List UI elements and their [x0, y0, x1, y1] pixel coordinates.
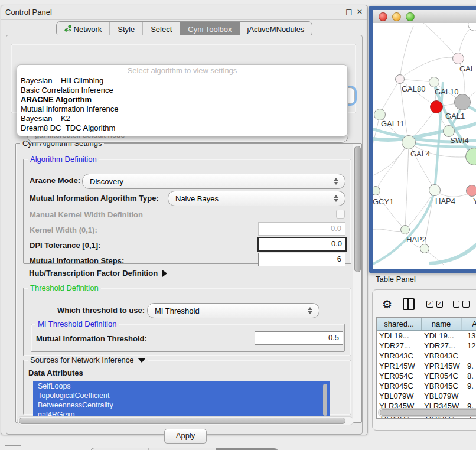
- network-node-gal[interactable]: [452, 53, 464, 64]
- network-node-y[interactable]: [466, 185, 476, 197]
- attributes-scrollbar[interactable]: [322, 383, 328, 418]
- table-panel: ⚙ ✓ ✓ shared... name A YDL19...YDL19...1…: [372, 289, 476, 431]
- table-cell: YPR145W: [377, 361, 422, 371]
- algorithm-option[interactable]: Basic Correlation Inference: [17, 86, 347, 95]
- unchecked-checkbox-icon[interactable]: [462, 301, 469, 308]
- mi-threshold-group: MI Threshold Definition Mutual Informati…: [31, 324, 345, 352]
- table-cell: [461, 351, 476, 361]
- manual-kernel-checkbox[interactable]: [336, 210, 345, 219]
- control-panel-titlebar[interactable]: Control Panel □ ✕: [1, 5, 367, 20]
- manual-kernel-label: Manual Kernel Width Definition: [30, 210, 143, 219]
- table-row[interactable]: YDL19...YDL19...13: [377, 331, 476, 341]
- table-row[interactable]: YBR045CYBR045C9.: [377, 381, 476, 391]
- table-row[interactable]: YDR27...YDR27...12: [377, 341, 476, 351]
- node-label: GAL: [459, 64, 475, 73]
- table-cell: YER054C: [422, 371, 461, 381]
- network-node-gal4[interactable]: [402, 135, 416, 149]
- collapsed-arrow-icon[interactable]: [162, 270, 167, 277]
- network-window-titlebar[interactable]: [373, 10, 476, 24]
- tab-cyni-toolbox[interactable]: Cyni Toolbox: [180, 22, 239, 36]
- node-label: GAL4: [410, 149, 430, 158]
- table-row[interactable]: YBR043CYBR043C: [377, 351, 476, 361]
- network-node-swi4[interactable]: [443, 125, 455, 137]
- table-row[interactable]: YER054CYER054C8.: [377, 371, 476, 381]
- hub-definition-toggle[interactable]: Hub/Transcription Factor Definition: [29, 269, 167, 278]
- split-columns-icon[interactable]: [403, 298, 415, 310]
- node-label: GAL10: [435, 87, 458, 96]
- tab-style[interactable]: Style: [109, 22, 142, 36]
- float-window-icon[interactable]: □: [345, 8, 353, 16]
- hub-definition-label: Hub/Transcription Factor Definition: [29, 269, 158, 278]
- close-icon[interactable]: ✕: [356, 8, 364, 16]
- table-cell: 8.: [461, 371, 476, 381]
- which-threshold-select[interactable]: MI Threshold: [147, 303, 319, 318]
- gear-icon[interactable]: ⚙: [382, 296, 392, 312]
- node-label: GAL80: [402, 84, 425, 93]
- table-header-row: shared... name A: [377, 318, 476, 331]
- data-attributes-list[interactable]: SelfLoopsTopologicalCoefficientBetweenne…: [33, 381, 330, 420]
- dpi-tolerance-field[interactable]: 0.0: [257, 237, 347, 252]
- bottom-tab-bar: Impute Data Discretize Data Infer Networ…: [6, 448, 362, 450]
- table-cell: [461, 391, 476, 401]
- mi-steps-field[interactable]: 6: [258, 253, 345, 266]
- zoom-traffic-light-icon[interactable]: [406, 12, 415, 21]
- node-label: GAL11: [381, 119, 405, 128]
- table-cell: YBL079W: [422, 391, 461, 401]
- tab-select[interactable]: Select: [142, 22, 180, 36]
- column-header-clipped[interactable]: A: [461, 318, 476, 330]
- tab-jactivemnodules[interactable]: jActiveMNodules: [240, 22, 312, 36]
- network-node-gal11[interactable]: [374, 109, 386, 120]
- settings-vertical-scrollbar[interactable]: [353, 144, 361, 422]
- sources-group: Sources for Network Inference Data Attri…: [23, 360, 351, 415]
- mi-algorithm-type-select[interactable]: Naive Bayes: [168, 191, 345, 206]
- kernel-width-field[interactable]: 0.0: [258, 222, 345, 236]
- network-node-gal10[interactable]: [429, 77, 439, 87]
- checked-checkbox-icon[interactable]: ✓: [436, 301, 443, 308]
- column-header-name[interactable]: name: [422, 318, 461, 330]
- aracne-mode-select[interactable]: Discovery: [82, 174, 345, 189]
- table-cell: YBL079W: [377, 391, 422, 401]
- table-cell: 9.: [461, 361, 476, 371]
- spinner-arrows-icon: [331, 178, 341, 185]
- network-node-gal1[interactable]: [430, 100, 443, 113]
- window-title: Control Panel: [5, 8, 52, 17]
- network-node-gal80[interactable]: [395, 74, 405, 84]
- table-horizontal-scrollbar[interactable]: [378, 408, 476, 417]
- network-canvas[interactable]: GALGAL80GAL10GAL1GAL11SWI4GAL4GCY1HAP4YH…: [373, 23, 476, 269]
- data-attribute-item[interactable]: BetweennessCentrality: [33, 400, 330, 410]
- collapsed-panel-fragment: [5, 445, 21, 450]
- table-row[interactable]: YBL079WYBL079W: [377, 391, 476, 401]
- control-panel-window: Control Panel □ ✕ Network Style Select C…: [1, 5, 368, 435]
- network-node[interactable]: [454, 94, 471, 110]
- expanded-arrow-icon[interactable]: [138, 358, 146, 363]
- minimize-traffic-light-icon[interactable]: [392, 12, 401, 21]
- algorithm-option[interactable]: Bayesian – Hill Climbing: [17, 76, 347, 86]
- column-header-shared-name[interactable]: shared...: [377, 318, 422, 330]
- close-traffic-light-icon[interactable]: [379, 12, 387, 21]
- tab-network[interactable]: Network: [57, 22, 110, 36]
- algorithm-option[interactable]: Dream8 DC_TDC Algorithm: [17, 123, 347, 133]
- mi-threshold-field[interactable]: 0.5: [255, 331, 343, 345]
- tab-label: Style: [118, 25, 135, 34]
- mi-type-label: Mutual Information Algorithm Type:: [30, 194, 159, 203]
- algorithm-option[interactable]: Mutual Information Inference: [17, 105, 347, 114]
- checked-checkbox-icon[interactable]: ✓: [426, 301, 433, 308]
- algorithm-option[interactable]: Bayesian – K2: [17, 114, 347, 123]
- table-cell: YDR27...: [422, 341, 461, 351]
- mi-type-value: Naive Bayes: [168, 194, 331, 203]
- apply-button[interactable]: Apply: [164, 429, 207, 444]
- table-panel-title: Table Panel: [376, 275, 416, 283]
- network-node-hap4[interactable]: [429, 184, 441, 196]
- node-label: HAP2: [406, 235, 426, 244]
- table-row[interactable]: YPR145WYPR145W9.: [377, 361, 476, 371]
- settings-horizontal-scrollbar[interactable]: [17, 416, 354, 425]
- unchecked-checkbox-icon[interactable]: [453, 301, 459, 308]
- dpi-tolerance-label: DPI Tolerance [0,1]:: [30, 241, 100, 250]
- table-cell: YDL19...: [422, 331, 461, 341]
- algorithm-option[interactable]: ARACNE Algorithm: [17, 95, 347, 105]
- aracne-mode-value: Discovery: [83, 177, 331, 186]
- data-attribute-item[interactable]: SelfLoops: [33, 381, 330, 391]
- network-node[interactable]: [420, 244, 429, 253]
- data-attribute-item[interactable]: TopologicalCoefficient: [33, 391, 330, 400]
- network-node-hap2[interactable]: [400, 225, 410, 234]
